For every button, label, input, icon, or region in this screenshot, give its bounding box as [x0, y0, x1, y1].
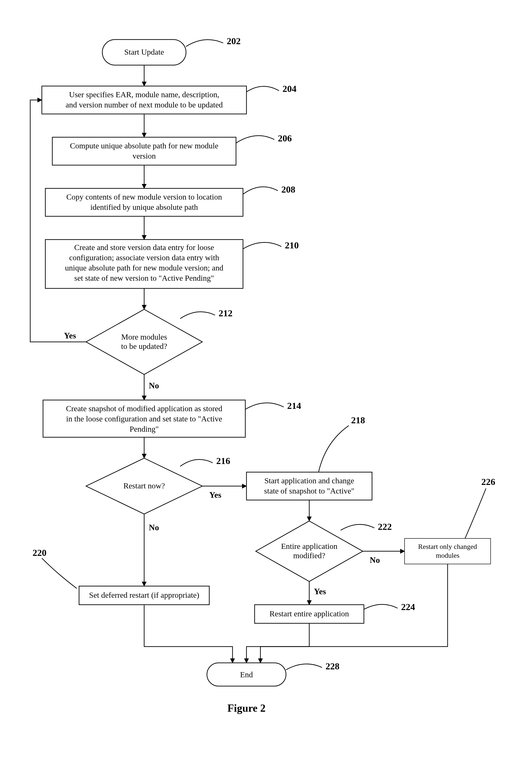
- n214-l2: in the loose configuration and set state…: [66, 414, 222, 423]
- node-create-version-entry: Create and store version data entry for …: [45, 240, 299, 288]
- ref-222: 222: [378, 521, 392, 532]
- label-222-no: No: [370, 555, 380, 565]
- n226-l1: Restart only changed: [418, 543, 477, 550]
- n204-l2: and version number of next module to be …: [66, 100, 223, 109]
- n210-l1: Create and store version data entry for …: [74, 243, 214, 252]
- n208-l2: identified by unique absolute path: [90, 203, 198, 211]
- node-create-snapshot: Create snapshot of modified application …: [43, 400, 301, 437]
- label-216-no: No: [149, 523, 159, 532]
- n208-l1: Copy contents of new module version to l…: [66, 193, 222, 201]
- ref-210: 210: [285, 240, 299, 250]
- ref-202: 202: [227, 36, 241, 46]
- ref-220: 220: [33, 547, 47, 558]
- ref-208: 208: [281, 184, 295, 195]
- n228-text: End: [240, 670, 253, 679]
- n204-l1: User specifies EAR, module name, descrip…: [69, 90, 219, 99]
- n214-l1: Create snapshot of modified application …: [66, 404, 222, 413]
- label-212-no: No: [149, 381, 159, 390]
- label-216-yes: Yes: [209, 490, 221, 500]
- n216-text: Restart now?: [123, 481, 165, 490]
- n222-l1: Entire application: [281, 542, 338, 551]
- n210-l2: configuration; associate version data en…: [69, 253, 219, 262]
- node-restart-now: Restart now? 216: [86, 456, 230, 514]
- n218-l2: state of snapshot to "Active": [264, 487, 354, 495]
- n212-l1: More modules: [121, 333, 167, 341]
- n224-text: Restart entire application: [269, 609, 349, 618]
- ref-206: 206: [278, 133, 292, 144]
- n214-l3: Pending": [130, 425, 159, 433]
- node-restart-entire: Restart entire application 224: [255, 602, 415, 623]
- ref-228: 228: [326, 661, 339, 671]
- ref-224: 224: [401, 602, 415, 612]
- n226-l2: modules: [436, 551, 459, 559]
- ref-214: 214: [287, 401, 301, 411]
- n210-l3: unique absolute path for new module vers…: [65, 264, 223, 272]
- node-start-application: Start application and change state of sn…: [246, 415, 372, 500]
- node-user-specifies: User specifies EAR, module name, descrip…: [42, 83, 296, 114]
- n206-l1: Compute unique absolute path for new mod…: [70, 141, 218, 150]
- ref-226: 226: [481, 477, 495, 487]
- n212-l2: to be updated?: [121, 342, 167, 350]
- label-212-yes: Yes: [64, 331, 76, 340]
- ref-204: 204: [283, 83, 296, 94]
- n222-l2: modified?: [293, 551, 325, 560]
- ref-218: 218: [351, 415, 365, 425]
- node-deferred-restart: Set deferred restart (if appropriate) 22…: [33, 547, 209, 605]
- node-more-modules: More modules to be updated? 212: [86, 308, 233, 374]
- edge-224-end: [246, 623, 309, 663]
- ref-216: 216: [216, 456, 230, 466]
- node-start-update: Start Update 202: [102, 36, 241, 65]
- node-restart-changed: Restart only changed modules 226: [405, 477, 495, 564]
- edge-212-yes: [30, 100, 86, 342]
- node-copy-contents: Copy contents of new module version to l…: [45, 184, 295, 216]
- figure-caption: Figure 2: [227, 702, 266, 714]
- edge-220-end: [144, 605, 233, 663]
- label-222-yes: Yes: [314, 587, 326, 596]
- n206-l2: version: [133, 152, 156, 160]
- node-compute-path: Compute unique absolute path for new mod…: [52, 133, 292, 165]
- n220-text: Set deferred restart (if appropriate): [89, 591, 199, 600]
- ref-212: 212: [219, 308, 233, 318]
- n210-l4: set state of new version to "Active Pend…: [74, 274, 214, 282]
- node-start-update-text: Start Update: [124, 48, 164, 56]
- node-end: End 228: [207, 661, 339, 686]
- n218-l1: Start application and change: [264, 476, 354, 485]
- svg-rect-12: [405, 538, 491, 564]
